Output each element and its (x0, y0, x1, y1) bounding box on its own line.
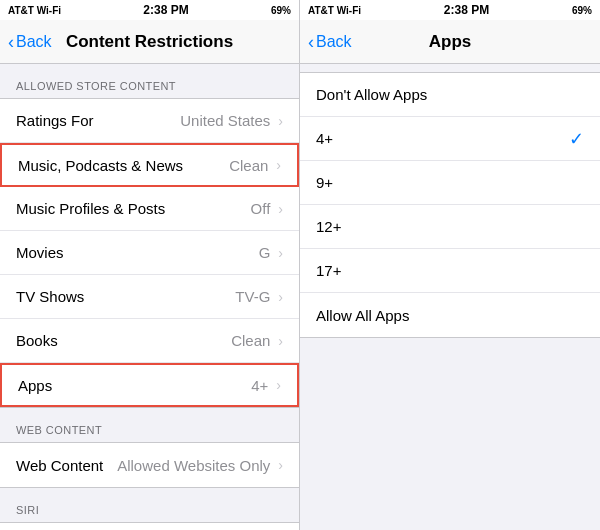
section-siri-header: Siri (0, 488, 299, 522)
chevron-icon: › (278, 245, 283, 261)
music-podcasts-item[interactable]: Music, Podcasts & News Clean › (0, 143, 299, 187)
carrier-right: AT&T Wi-Fi (308, 5, 361, 16)
books-label: Books (16, 332, 58, 349)
9plus-item[interactable]: 9+ (300, 161, 600, 205)
time-right: 2:38 PM (444, 3, 489, 17)
books-item[interactable]: Books Clean › (0, 319, 299, 363)
back-chevron-icon-right: ‹ (308, 33, 314, 51)
siri-group: Web Search Content Allow › Explicit Lang… (0, 522, 299, 530)
movies-label: Movies (16, 244, 64, 261)
carrier-left: AT&T Wi-Fi (8, 5, 61, 16)
dont-allow-apps-label: Don't Allow Apps (316, 86, 427, 103)
dont-allow-apps-item[interactable]: Don't Allow Apps (300, 73, 600, 117)
status-bar-right: AT&T Wi-Fi 2:38 PM 69% (300, 0, 600, 20)
left-panel: AT&T Wi-Fi 2:38 PM 69% ‹ Back Content Re… (0, 0, 300, 530)
apps-item[interactable]: Apps 4+ › (0, 363, 299, 407)
back-button-right[interactable]: ‹ Back (308, 33, 352, 51)
back-button-left[interactable]: ‹ Back (8, 33, 52, 51)
chevron-icon: › (278, 113, 283, 129)
17plus-item[interactable]: 17+ (300, 249, 600, 293)
apps-value: 4+ › (251, 377, 281, 394)
music-podcasts-value: Clean › (229, 157, 281, 174)
9plus-label: 9+ (316, 174, 333, 191)
movies-value: G › (259, 244, 283, 261)
nav-bar-left: ‹ Back Content Restrictions (0, 20, 299, 64)
section-web-header: Web Content (0, 408, 299, 442)
chevron-icon: › (278, 201, 283, 217)
chevron-icon: › (278, 457, 283, 473)
allowed-store-content-group: Ratings For United States › Music, Podca… (0, 98, 299, 408)
selected-checkmark: ✓ (569, 128, 584, 150)
status-bar-left: AT&T Wi-Fi 2:38 PM 69% (0, 0, 299, 20)
chevron-icon: › (276, 157, 281, 173)
page-title-left: Content Restrictions (66, 32, 233, 52)
allow-all-apps-item[interactable]: Allow All Apps (300, 293, 600, 337)
web-content-group: Web Content Allowed Websites Only › (0, 442, 299, 488)
time-left: 2:38 PM (143, 3, 188, 17)
ratings-for-item[interactable]: Ratings For United States › (0, 99, 299, 143)
ratings-for-value: United States › (180, 112, 283, 129)
ratings-for-label: Ratings For (16, 112, 94, 129)
music-profiles-value: Off › (251, 200, 283, 217)
apps-options-group: Don't Allow Apps 4+ ✓ 9+ 12+ 17+ Allow A… (300, 72, 600, 338)
web-content-value: Allowed Websites Only › (117, 457, 283, 474)
movies-item[interactable]: Movies G › (0, 231, 299, 275)
allow-all-apps-label: Allow All Apps (316, 307, 409, 324)
music-profiles-item[interactable]: Music Profiles & Posts Off › (0, 187, 299, 231)
chevron-icon: › (276, 377, 281, 393)
12plus-item[interactable]: 12+ (300, 205, 600, 249)
music-profiles-label: Music Profiles & Posts (16, 200, 165, 217)
4plus-label: 4+ (316, 130, 333, 147)
back-chevron-icon-left: ‹ (8, 33, 14, 51)
battery-right: 69% (572, 5, 592, 16)
right-panel: AT&T Wi-Fi 2:38 PM 69% ‹ Back Apps Don't… (300, 0, 600, 530)
web-content-label: Web Content (16, 457, 103, 474)
apps-label: Apps (18, 377, 52, 394)
tv-shows-label: TV Shows (16, 288, 84, 305)
12plus-label: 12+ (316, 218, 341, 235)
back-label-right: Back (316, 33, 352, 51)
4plus-item[interactable]: 4+ ✓ (300, 117, 600, 161)
battery-left: 69% (271, 5, 291, 16)
chevron-icon: › (278, 289, 283, 305)
web-search-item[interactable]: Web Search Content Allow › (0, 523, 299, 530)
books-value: Clean › (231, 332, 283, 349)
17plus-label: 17+ (316, 262, 341, 279)
page-title-right: Apps (429, 32, 472, 52)
tv-shows-value: TV-G › (235, 288, 283, 305)
back-label-left: Back (16, 33, 52, 51)
tv-shows-item[interactable]: TV Shows TV-G › (0, 275, 299, 319)
music-podcasts-label: Music, Podcasts & News (18, 157, 183, 174)
section-allowed-header: Allowed Store Content (0, 64, 299, 98)
nav-bar-right: ‹ Back Apps (300, 20, 600, 64)
chevron-icon: › (278, 333, 283, 349)
web-content-item[interactable]: Web Content Allowed Websites Only › (0, 443, 299, 487)
